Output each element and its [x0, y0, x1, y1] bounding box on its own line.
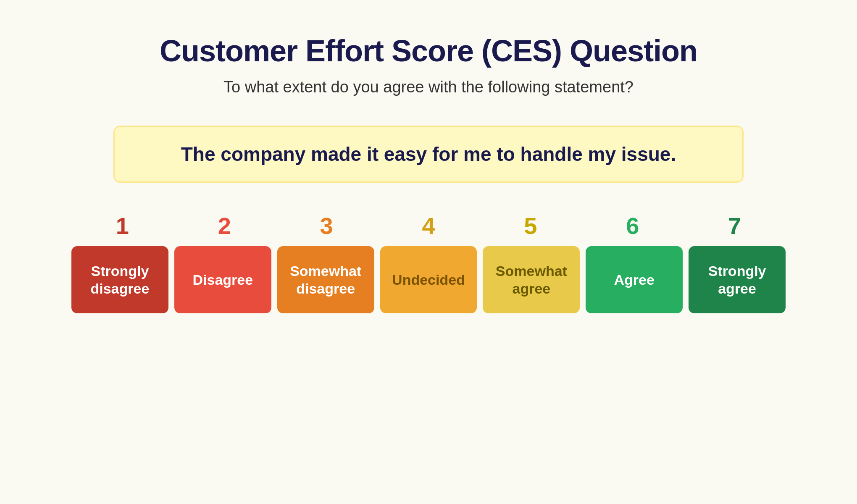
buttons-row: Strongly disagreeDisagreeSomewhat disagr…: [71, 246, 786, 313]
scale-number-7: 7: [683, 212, 786, 239]
scale-button-1[interactable]: Strongly disagree: [71, 246, 168, 313]
scale-button-3[interactable]: Somewhat disagree: [277, 246, 374, 313]
scale-number-3: 3: [276, 212, 378, 239]
numbers-row: 1234567: [71, 212, 786, 239]
scale-button-5[interactable]: Somewhat agree: [483, 246, 580, 313]
page-subtitle: To what extent do you agree with the fol…: [223, 78, 634, 96]
scale-number-2: 2: [174, 212, 276, 239]
statement-text: The company made it easy for me to handl…: [181, 143, 676, 165]
scale-number-4: 4: [378, 212, 480, 239]
scale-number-1: 1: [71, 212, 174, 239]
scale-container: 1234567 Strongly disagreeDisagreeSomewha…: [71, 212, 786, 313]
scale-number-6: 6: [581, 212, 683, 239]
scale-button-4[interactable]: Undecided: [380, 246, 477, 313]
scale-number-5: 5: [479, 212, 581, 239]
statement-box: The company made it easy for me to handl…: [113, 126, 744, 183]
scale-button-6[interactable]: Agree: [586, 246, 683, 313]
page-title: Customer Effort Score (CES) Question: [160, 34, 697, 68]
scale-button-7[interactable]: Strongly agree: [689, 246, 786, 313]
scale-button-2[interactable]: Disagree: [174, 246, 271, 313]
